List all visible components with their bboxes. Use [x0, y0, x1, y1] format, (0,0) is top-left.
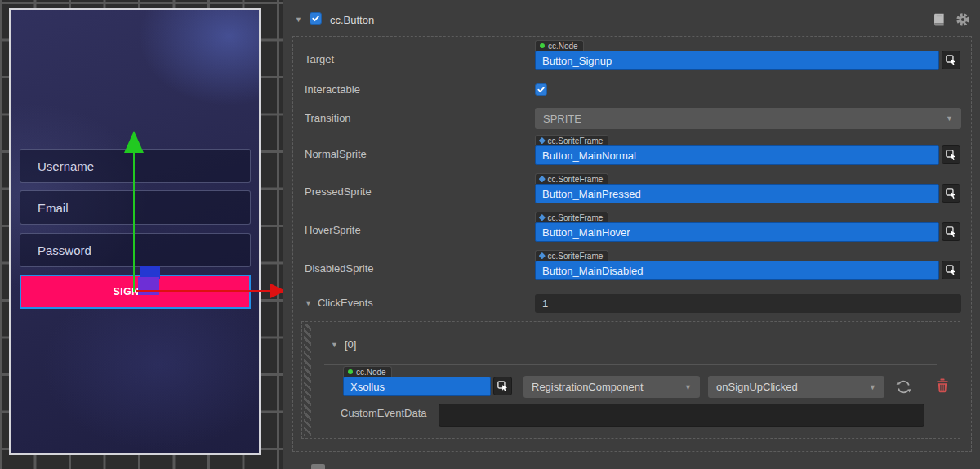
hoversprite-picker-icon[interactable]	[942, 222, 960, 241]
username-placeholder: Username	[38, 159, 94, 173]
clickevents-row: ▼ ClickEvents	[305, 297, 373, 309]
target-reference-field[interactable]: Button_Signup	[535, 51, 939, 70]
transition-label: Transition	[305, 112, 351, 124]
event-node-reference-field[interactable]: Xsollus	[343, 377, 491, 396]
move-gizmo-center-handle-purple[interactable]	[138, 277, 159, 295]
hoversprite-label: HoverSprite	[305, 224, 361, 236]
event-collapse-arrow-icon[interactable]: ▼	[331, 341, 338, 349]
normalsprite-reference-field[interactable]: Button_MainNormal	[535, 145, 939, 165]
move-gizmo-y-axis[interactable]	[133, 151, 135, 292]
clickevents-count-field[interactable]: 1	[535, 294, 961, 313]
disabledsprite-picker-icon[interactable]	[942, 261, 960, 279]
interactable-label: Interactable	[305, 83, 360, 96]
normalsprite-label: NormalSprite	[305, 148, 367, 160]
node-type-dot-icon	[540, 43, 545, 48]
component-enabled-checkbox[interactable]	[310, 12, 322, 25]
inspector-panel: ▼ cc.Button Target Interactable Transiti…	[283, 0, 980, 469]
check-icon	[311, 14, 320, 23]
pressedsprite-picker-icon[interactable]	[942, 184, 960, 203]
spriteframe-type-dot-icon	[539, 214, 546, 221]
dropdown-arrow-icon: ▼	[684, 383, 692, 391]
event-index-label: [0]	[345, 338, 356, 351]
pressedsprite-reference-field[interactable]: Button_MainPressed	[535, 184, 939, 203]
password-placeholder: Password	[38, 243, 91, 257]
target-label: Target	[305, 53, 334, 65]
clickevents-collapse-arrow-icon[interactable]: ▼	[305, 299, 312, 307]
settings-gear-icon[interactable]	[956, 12, 970, 27]
divider	[324, 364, 937, 365]
dropdown-arrow-icon: ▼	[869, 383, 876, 391]
clickevent-item-panel: ▼ [0] cc.Node Xsollus RegistrationCompon…	[301, 321, 960, 439]
event-node-picker-icon[interactable]	[493, 377, 512, 395]
hoversprite-type-tag: cc.SoriteFrame	[535, 212, 608, 222]
target-node-picker-icon[interactable]	[942, 51, 960, 69]
manual-book-icon[interactable]	[932, 12, 947, 27]
interactable-checkbox[interactable]	[535, 83, 547, 96]
check-icon	[537, 85, 546, 94]
event-component-dropdown[interactable]: RegistrationComponent ▼	[523, 376, 700, 398]
game-canvas: Username Email Password SIGN UP	[9, 8, 261, 455]
password-field[interactable]: Password	[20, 233, 251, 267]
target-type-tag: cc.Node	[535, 40, 584, 51]
dropdown-arrow-icon: ▼	[946, 114, 953, 123]
event-handler-dropdown[interactable]: onSignUpClicked ▼	[708, 376, 884, 398]
component-collapse-arrow-icon[interactable]: ▼	[295, 16, 302, 24]
customeventdata-label: CustomEventData	[341, 407, 427, 419]
event-index-row: ▼ [0]	[331, 338, 356, 351]
move-gizmo-y-arrow-icon[interactable]	[124, 131, 144, 153]
clickevents-label: ClickEvents	[318, 297, 373, 309]
normalsprite-picker-icon[interactable]	[942, 145, 960, 164]
spriteframe-type-dot-icon	[539, 176, 546, 182]
panel-hatch-strip	[304, 324, 311, 436]
pressedsprite-type-tag: cc.SoriteFrame	[535, 173, 608, 184]
event-delete-trash-icon[interactable]	[936, 377, 949, 393]
component-title: cc.Button	[330, 14, 374, 26]
event-node-type-tag: cc.Node	[343, 366, 392, 377]
disabledsprite-type-tag: cc.SoriteFrame	[535, 250, 608, 261]
pressedsprite-label: PressedSprite	[305, 185, 372, 198]
signup-button[interactable]: SIGN UP	[20, 275, 251, 309]
event-refresh-icon[interactable]	[895, 378, 912, 395]
node-type-dot-icon	[348, 369, 353, 374]
scene-view: Username Email Password SIGN UP	[0, 0, 283, 469]
hoversprite-reference-field[interactable]: Button_MainHover	[535, 222, 939, 242]
move-gizmo-x-axis[interactable]	[136, 290, 270, 292]
transition-dropdown[interactable]: SPRITE ▼	[535, 108, 961, 129]
disabledsprite-reference-field[interactable]: Button_MainDisabled	[535, 261, 939, 280]
spriteframe-type-dot-icon	[539, 252, 546, 259]
spriteframe-type-dot-icon	[539, 137, 546, 144]
email-placeholder: Email	[38, 201, 69, 215]
email-field[interactable]: Email	[20, 190, 251, 225]
disabledsprite-label: DisabledSprite	[305, 262, 374, 275]
username-field[interactable]: Username	[20, 149, 251, 183]
customeventdata-input[interactable]	[439, 404, 924, 427]
next-component-edge	[311, 464, 325, 469]
normalsprite-type-tag: cc.SoriteFrame	[535, 135, 608, 145]
